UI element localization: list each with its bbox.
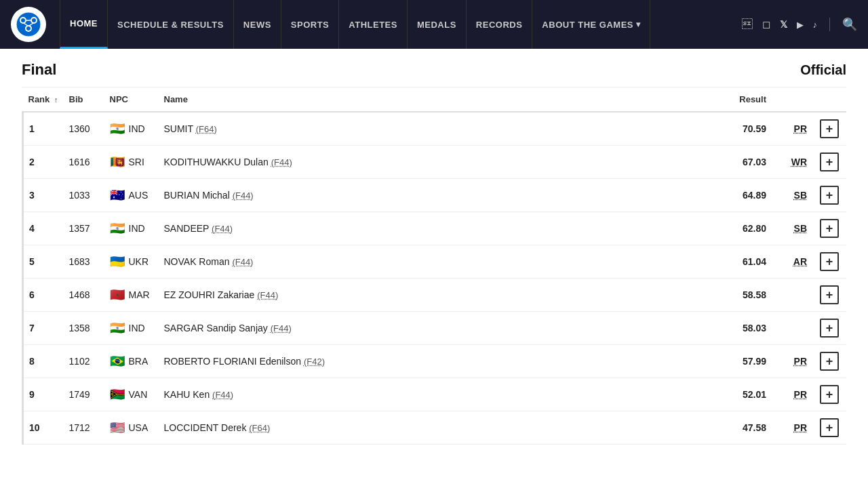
add-button[interactable]: +: [820, 319, 839, 338]
add-button[interactable]: +: [820, 385, 839, 404]
nav-about[interactable]: ABOUT THE GAMES ▾: [532, 0, 650, 49]
npc-code: UKR: [129, 256, 149, 267]
table-row: 21616🇱🇰SRIKODITHUWAKKU Dulan (F44)67.03W…: [23, 146, 847, 179]
result-cell: 58.03: [704, 312, 772, 345]
social-links:  ◻ 𝕏 ▶ ♪ 🔍: [731, 17, 858, 32]
add-cell: +: [812, 112, 846, 146]
flag-icon: 🇮🇳: [110, 322, 125, 334]
bib-cell: 1360: [64, 112, 104, 146]
classification-code: (F64): [196, 124, 217, 134]
npc-cell: 🇺🇦UKR: [104, 245, 159, 279]
add-button[interactable]: +: [820, 119, 839, 138]
flag-icon: 🇺🇸: [110, 422, 125, 434]
name-cell: ROBERTO FLORIANI Edenilson (F42): [159, 345, 705, 378]
nav-records[interactable]: RECORDS: [467, 0, 533, 49]
add-button[interactable]: +: [820, 418, 839, 437]
col-rank: Rank ↑: [23, 87, 64, 112]
table-row: 61468🇲🇦MAREZ ZOUHRI Zakariae (F44)58.58+: [23, 279, 847, 312]
bib-cell: 1683: [64, 245, 104, 279]
classification-code: (F64): [249, 423, 270, 433]
flag-icon: 🇮🇳: [110, 123, 125, 135]
table-row: 81102🇧🇷BRAROBERTO FLORIANI Edenilson (F4…: [23, 345, 847, 378]
npc-code: IND: [129, 223, 145, 234]
table-row: 11360🇮🇳INDSUMIT (F64)70.59PR+: [23, 112, 847, 146]
flag-icon: 🇱🇰: [110, 156, 125, 168]
record-badge: PR: [772, 411, 812, 445]
facebook-icon[interactable]: : [742, 18, 753, 30]
npc-cell: 🇦🇺AUS: [104, 179, 159, 212]
instagram-icon[interactable]: ◻: [762, 18, 770, 30]
rank-cell: 2: [23, 146, 64, 179]
youtube-icon[interactable]: ▶: [797, 20, 804, 30]
record-badge: SB: [772, 179, 812, 212]
table-row: 101712🇺🇸USALOCCIDENT Derek (F64)47.58PR+: [23, 411, 847, 445]
classification-code: (F44): [271, 323, 292, 333]
npc-cell: 🇺🇸USA: [104, 411, 159, 445]
add-button[interactable]: +: [820, 252, 839, 271]
rank-cell: 1: [23, 112, 64, 146]
add-cell: +: [812, 345, 846, 378]
flag-icon: 🇺🇦: [110, 256, 125, 268]
col-action: [812, 87, 846, 112]
nav-sports[interactable]: SPORTS: [281, 0, 339, 49]
rank-cell: 5: [23, 245, 64, 279]
rank-cell: 9: [23, 378, 64, 411]
npc-cell: 🇮🇳IND: [104, 312, 159, 345]
npc-code: SRI: [129, 157, 144, 167]
svg-point-0: [16, 12, 41, 37]
classification-code: (F44): [212, 224, 233, 234]
add-cell: +: [812, 312, 846, 345]
search-icon[interactable]: 🔍: [842, 17, 857, 32]
record-badge: PR: [772, 378, 812, 411]
add-button[interactable]: +: [820, 186, 839, 205]
add-button[interactable]: +: [820, 352, 839, 371]
nav-home[interactable]: HOME: [60, 0, 108, 49]
name-cell: KODITHUWAKKU Dulan (F44): [159, 146, 705, 179]
tiktok-icon[interactable]: ♪: [813, 20, 818, 30]
flag-icon: 🇮🇳: [110, 222, 125, 235]
col-bib: Bib: [64, 87, 104, 112]
add-cell: +: [812, 411, 846, 445]
classification-code: (F42): [304, 357, 325, 367]
npc-cell: 🇮🇳IND: [104, 112, 159, 146]
npc-code: IND: [129, 123, 145, 134]
classification-code: (F44): [233, 190, 254, 201]
col-name: Name: [159, 87, 705, 112]
classification-code: (F44): [232, 257, 253, 267]
add-cell: +: [812, 212, 846, 245]
rank-cell: 7: [23, 312, 64, 345]
flag-icon: 🇻🇺: [110, 388, 125, 401]
add-button[interactable]: +: [820, 285, 839, 304]
npc-code: VAN: [129, 389, 148, 400]
classification-code: (F44): [271, 157, 292, 167]
table-row: 71358🇮🇳INDSARGAR Sandip Sanjay (F44)58.0…: [23, 312, 847, 345]
nav-news[interactable]: NEWS: [234, 0, 281, 49]
bib-cell: 1033: [64, 179, 104, 212]
record-badge: WR: [772, 146, 812, 179]
rank-cell: 8: [23, 345, 64, 378]
site-logo[interactable]: [11, 7, 46, 42]
name-cell: BURIAN Michal (F44): [159, 179, 705, 212]
flag-icon: 🇧🇷: [110, 355, 125, 367]
result-cell: 62.80: [704, 212, 772, 245]
nav-medals[interactable]: MEDALS: [408, 0, 467, 49]
nav-athletes[interactable]: ATHLETES: [339, 0, 408, 49]
results-header: Final Official: [22, 49, 846, 87]
add-button[interactable]: +: [820, 152, 839, 171]
name-cell: KAHU Ken (F44): [159, 378, 705, 411]
x-twitter-icon[interactable]: 𝕏: [780, 19, 787, 30]
npc-code: MAR: [129, 289, 150, 300]
chevron-down-icon: ▾: [636, 20, 641, 29]
col-result: Result: [704, 87, 772, 112]
record-badge: AR: [772, 245, 812, 279]
rank-cell: 4: [23, 212, 64, 245]
add-button[interactable]: +: [820, 219, 839, 238]
nav-schedule[interactable]: SCHEDULE & RESULTS: [108, 0, 234, 49]
result-cell: 70.59: [704, 112, 772, 146]
final-title: Final: [22, 61, 56, 79]
rank-cell: 6: [23, 279, 64, 312]
sort-arrow-icon[interactable]: ↑: [54, 96, 58, 104]
bib-cell: 1749: [64, 378, 104, 411]
classification-code: (F44): [257, 290, 278, 300]
npc-code: BRA: [129, 356, 149, 367]
